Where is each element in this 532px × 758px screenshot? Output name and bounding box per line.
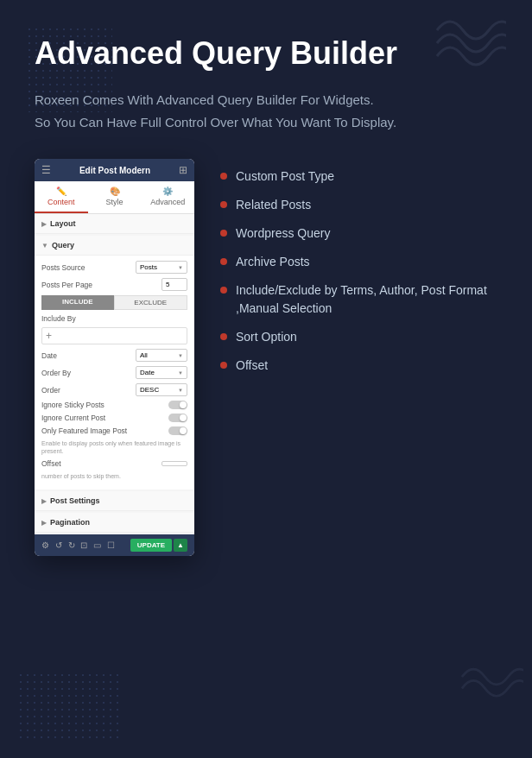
exclude-button[interactable]: EXCLUDE <box>114 295 188 310</box>
dropdown-arrow-icon: ▼ <box>178 265 183 270</box>
pagination-arrow-icon: ▶ <box>41 519 47 527</box>
list-item: Include/Exclude by Terms, Author, Post F… <box>220 281 497 318</box>
offset-row: Offset <box>41 459 187 468</box>
tab-style[interactable]: 🎨 Style <box>88 181 142 213</box>
palette-icon: 🎨 <box>92 186 138 196</box>
include-button[interactable]: INCLUDE <box>41 295 114 310</box>
list-item: Archive Posts <box>220 253 497 271</box>
bullet-icon <box>220 333 227 340</box>
update-button-group: UPDATE ▲ <box>130 539 187 552</box>
bullet-icon <box>220 287 227 294</box>
plus-icon: + <box>46 330 52 342</box>
include-exclude-row: INCLUDE EXCLUDE <box>41 295 187 310</box>
pencil-icon: ✏️ <box>38 186 85 196</box>
tab-content[interactable]: ✏️ Content <box>35 181 88 213</box>
bg-dots-bottom <box>17 672 121 741</box>
panel-tabs: ✏️ Content 🎨 Style ⚙️ Advanced <box>35 181 194 214</box>
offset-input[interactable] <box>162 461 187 466</box>
responsive-icon: ⊡ <box>80 540 87 550</box>
date-dropdown-arrow-icon: ▼ <box>178 353 183 358</box>
hamburger-icon: ☰ <box>41 164 51 176</box>
offset-desc: number of posts to skip them. <box>41 472 187 480</box>
ignore-sticky-posts-row: Ignore Sticky Posts <box>41 401 187 409</box>
only-featured-image-toggle[interactable] <box>168 426 187 435</box>
panel-header: ☰ Edit Post Modern ⊞ <box>35 159 194 181</box>
wave-bottom-decoration <box>454 651 523 706</box>
posts-source-row: Posts Source Posts ▼ <box>41 261 187 274</box>
chevron-down-icon: ▼ <box>41 242 48 250</box>
content-wrapper: Advanced Query Builder Roxeen Comes With… <box>0 0 532 591</box>
settings-gear-icon: ⚙ <box>41 540 49 550</box>
include-by-area[interactable]: + <box>41 327 187 344</box>
main-layout: ☰ Edit Post Modern ⊞ ✏️ Content 🎨 Style … <box>35 159 497 556</box>
post-settings-header[interactable]: ▶ Post Settings <box>35 491 194 511</box>
layout-section: ▶ Layout <box>35 214 194 234</box>
grid-icon: ⊞ <box>179 164 187 176</box>
order-row: Order DESC ▼ <box>41 383 187 396</box>
ignore-sticky-posts-toggle[interactable] <box>168 401 187 409</box>
list-item: Wordpress Query <box>220 224 497 243</box>
order-by-input[interactable]: Date ▼ <box>136 366 187 379</box>
toggle-knob <box>180 401 187 408</box>
mobile-icon: ☐ <box>107 540 115 550</box>
ignore-current-post-row: Ignore Current Post <box>41 414 187 422</box>
bullet-icon <box>220 230 227 237</box>
page-subtitle: Roxeen Comes With Advanced Query Builder… <box>35 89 497 133</box>
pagination-section: ▶ Pagination <box>35 513 194 533</box>
features-list: Custom Post Type Related Posts Wordpress… <box>220 159 497 385</box>
list-item: Related Posts <box>220 196 497 214</box>
update-button[interactable]: UPDATE <box>130 539 172 552</box>
list-item: Offset <box>220 357 497 375</box>
list-item: Custom Post Type <box>220 167 497 186</box>
query-section: ▼ Query Posts Source Posts ▼ Posts Pe <box>35 236 194 490</box>
bullet-icon <box>220 201 227 208</box>
undo-icon: ↺ <box>55 540 62 550</box>
date-input[interactable]: All ▼ <box>136 349 187 362</box>
bullet-icon <box>220 258 227 265</box>
posts-per-page-input[interactable]: 5 <box>162 278 187 291</box>
post-settings-section: ▶ Post Settings <box>35 491 194 511</box>
footer-icons: ⚙ ↺ ↻ ⊡ ▭ ☐ <box>41 540 118 550</box>
order-input[interactable]: DESC ▼ <box>136 383 187 396</box>
include-by-row: Include By <box>41 314 187 323</box>
layout-section-header[interactable]: ▶ Layout <box>35 214 194 234</box>
posts-source-input[interactable]: Posts ▼ <box>136 261 187 274</box>
tab-advanced[interactable]: ⚙️ Advanced <box>141 181 194 213</box>
order-by-row: Order By Date ▼ <box>41 366 187 379</box>
panel-mockup: ☰ Edit Post Modern ⊞ ✏️ Content 🎨 Style … <box>35 159 194 556</box>
update-dropdown-button[interactable]: ▲ <box>174 539 187 552</box>
bullet-icon <box>220 362 227 369</box>
query-body: Posts Source Posts ▼ Posts Per Page 5 <box>35 256 194 490</box>
query-section-header[interactable]: ▼ Query <box>35 236 194 256</box>
only-featured-image-row: Only Featured Image Post <box>41 426 187 435</box>
date-row: Date All ▼ <box>41 349 187 362</box>
post-settings-arrow-icon: ▶ <box>41 497 47 505</box>
panel-footer: ⚙ ↺ ↻ ⊡ ▭ ☐ UPDATE ▲ <box>35 534 194 556</box>
chevron-right-icon: ▶ <box>41 220 47 228</box>
bullet-icon <box>220 173 227 180</box>
featured-image-desc: Enable to display posts only when featur… <box>41 439 187 455</box>
ignore-current-post-toggle[interactable] <box>168 414 187 422</box>
toggle-knob-2 <box>180 414 187 421</box>
list-item: Sort Option <box>220 328 497 346</box>
settings-icon: ⚙️ <box>144 186 191 196</box>
redo-icon: ↻ <box>68 540 75 550</box>
posts-per-page-row: Posts Per Page 5 <box>41 278 187 291</box>
toggle-knob-3 <box>180 427 187 434</box>
pagination-header[interactable]: ▶ Pagination <box>35 513 194 533</box>
page-title: Advanced Query Builder <box>35 35 497 72</box>
order-arrow-icon: ▼ <box>178 388 183 393</box>
order-by-arrow-icon: ▼ <box>178 370 183 376</box>
tablet-icon: ▭ <box>93 540 101 550</box>
